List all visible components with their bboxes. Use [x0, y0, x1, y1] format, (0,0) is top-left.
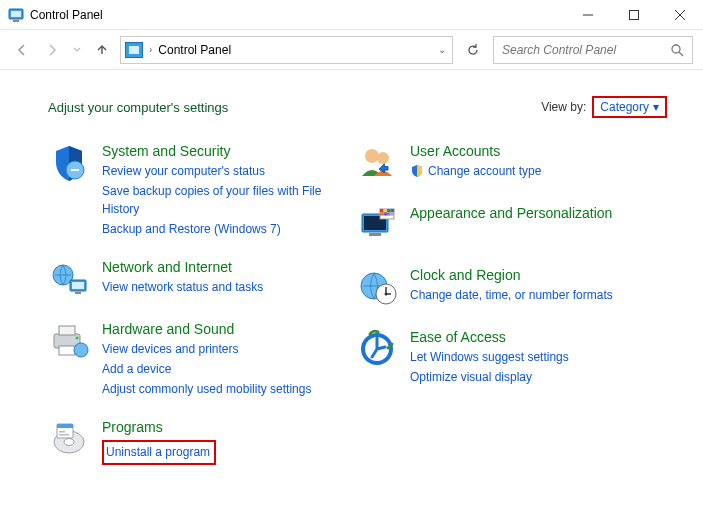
category-clock-region: Clock and Region Change date, time, or n… [356, 266, 616, 308]
svg-rect-17 [59, 346, 75, 355]
category-programs: Programs Uninstall a program [48, 418, 328, 464]
search-box[interactable] [493, 36, 693, 64]
recent-dropdown[interactable] [70, 38, 84, 62]
left-column: System and Security Review your computer… [48, 142, 328, 465]
highlight-uninstall: Uninstall a program [102, 440, 216, 465]
close-button[interactable] [657, 0, 703, 30]
category-user-accounts: User Accounts Change account type [356, 142, 616, 184]
view-by-value: Category [600, 100, 649, 114]
link-review-status[interactable]: Review your computer's status [102, 162, 328, 180]
category-ease-of-access: Ease of Access Let Windows suggest setti… [356, 328, 616, 386]
content-area: Adjust your computer's settings View by:… [0, 70, 703, 465]
nav-bar: › Control Panel ⌄ [0, 30, 703, 70]
svg-rect-13 [72, 282, 84, 289]
svg-rect-4 [630, 10, 639, 19]
svg-rect-33 [384, 209, 388, 212]
svg-rect-37 [384, 212, 388, 215]
svg-rect-24 [59, 431, 65, 433]
maximize-button[interactable] [611, 0, 657, 30]
view-by: View by: Category ▾ [541, 96, 667, 118]
svg-rect-23 [57, 424, 73, 428]
category-title[interactable]: User Accounts [410, 142, 541, 160]
link-network-status[interactable]: View network status and tasks [102, 278, 263, 296]
up-button[interactable] [90, 38, 114, 62]
title-bar: Control Panel [0, 0, 703, 30]
link-file-history[interactable]: Save backup copies of your files with Fi… [102, 182, 328, 218]
category-title[interactable]: Appearance and Personalization [410, 204, 612, 222]
view-by-selector[interactable]: Category ▾ [592, 96, 667, 118]
svg-rect-36 [380, 212, 384, 215]
svg-rect-38 [387, 212, 391, 215]
category-title[interactable]: Network and Internet [102, 258, 263, 276]
search-input[interactable] [502, 43, 670, 57]
svg-point-18 [76, 337, 79, 340]
category-title[interactable]: System and Security [102, 142, 328, 160]
view-by-label: View by: [541, 100, 586, 114]
category-appearance: Appearance and Personalization [356, 204, 616, 246]
svg-point-21 [64, 439, 74, 446]
category-system-security: System and Security Review your computer… [48, 142, 328, 238]
svg-rect-1 [11, 11, 21, 17]
back-button[interactable] [10, 38, 34, 62]
chevron-down-icon: ▾ [653, 100, 659, 114]
control-panel-icon [8, 7, 24, 23]
programs-icon [48, 418, 90, 460]
page-heading: Adjust your computer's settings [48, 100, 228, 115]
svg-rect-14 [75, 292, 81, 294]
svg-point-7 [672, 45, 680, 53]
svg-rect-10 [71, 169, 79, 171]
printer-icon [48, 320, 90, 362]
right-column: User Accounts Change account type [356, 142, 616, 465]
svg-rect-25 [59, 434, 69, 436]
link-change-account-type[interactable]: Change account type [428, 162, 541, 180]
link-change-formats[interactable]: Change date, time, or number formats [410, 286, 613, 304]
window-title: Control Panel [30, 8, 103, 22]
svg-rect-32 [380, 209, 384, 212]
link-backup-restore[interactable]: Backup and Restore (Windows 7) [102, 220, 328, 238]
category-network: Network and Internet View network status… [48, 258, 328, 300]
refresh-button[interactable] [459, 36, 487, 64]
category-title[interactable]: Ease of Access [410, 328, 569, 346]
category-title[interactable]: Clock and Region [410, 266, 613, 284]
network-icon [48, 258, 90, 300]
category-title[interactable]: Programs [102, 418, 216, 436]
svg-rect-2 [13, 20, 19, 22]
uac-shield-icon [410, 164, 424, 178]
shield-icon [48, 142, 90, 184]
link-optimize-display[interactable]: Optimize visual display [410, 368, 569, 386]
ease-of-access-icon [356, 328, 398, 370]
address-dropdown-icon[interactable]: ⌄ [438, 44, 446, 55]
breadcrumb-separator: › [149, 44, 152, 55]
category-hardware: Hardware and Sound View devices and prin… [48, 320, 328, 398]
svg-point-26 [365, 149, 379, 163]
category-title[interactable]: Hardware and Sound [102, 320, 311, 338]
link-devices-printers[interactable]: View devices and printers [102, 340, 311, 358]
breadcrumb-text[interactable]: Control Panel [158, 43, 231, 57]
search-icon[interactable] [670, 43, 684, 57]
svg-point-19 [74, 343, 88, 357]
link-mobility[interactable]: Adjust commonly used mobility settings [102, 380, 311, 398]
svg-rect-35 [391, 209, 395, 212]
clock-icon [356, 266, 398, 308]
address-bar[interactable]: › Control Panel ⌄ [120, 36, 453, 64]
appearance-icon [356, 204, 398, 246]
link-add-device[interactable]: Add a device [102, 360, 311, 378]
minimize-button[interactable] [565, 0, 611, 30]
link-suggest-settings[interactable]: Let Windows suggest settings [410, 348, 569, 366]
svg-rect-16 [59, 326, 75, 335]
svg-line-8 [679, 52, 683, 56]
control-panel-crumb-icon [125, 42, 143, 58]
svg-point-27 [377, 152, 389, 164]
svg-rect-30 [369, 233, 381, 236]
user-accounts-icon [356, 142, 398, 184]
svg-rect-34 [387, 209, 391, 212]
svg-rect-39 [391, 212, 395, 215]
svg-point-44 [385, 293, 388, 296]
link-uninstall-program[interactable]: Uninstall a program [106, 445, 210, 459]
forward-button[interactable] [40, 38, 64, 62]
